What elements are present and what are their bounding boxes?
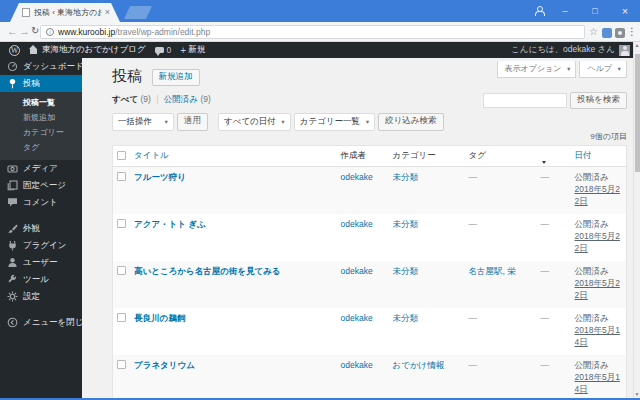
sidebar-item-pages[interactable]: 固定ページ xyxy=(0,177,82,194)
site-menu[interactable]: 東海地方のおでかけブログ xyxy=(29,44,146,56)
post-date: 2018年5月14日 xyxy=(575,325,623,349)
comments-empty: — xyxy=(541,360,550,370)
browser-tab[interactable]: 投稿 ‹ 東海地方のおでかけ × xyxy=(10,3,120,22)
date-filter-select[interactable]: すべての日付▼ xyxy=(218,113,291,131)
view-published-link[interactable]: 公開済み xyxy=(164,94,198,104)
sidebar-item-settings[interactable]: 設定 xyxy=(0,288,82,305)
reload-icon[interactable]: ↻ xyxy=(31,25,39,36)
sidebar-item-tools[interactable]: ツール xyxy=(0,271,82,288)
sidebar-subitem-add-new[interactable]: 新規追加 xyxy=(0,110,82,125)
sidebar-item-collapse-menu[interactable]: メニューを閉じる xyxy=(0,314,82,331)
post-title-link[interactable]: 高いところから名古屋の街を見てみる xyxy=(134,266,281,276)
scroll-up-icon[interactable]: ▲ xyxy=(634,42,640,49)
comments-empty: — xyxy=(541,266,550,276)
maximize-button[interactable]: □ xyxy=(580,6,610,16)
close-button[interactable]: × xyxy=(610,5,640,17)
column-date[interactable]: 日付 xyxy=(571,146,627,167)
page-scrollbar[interactable]: ▲ ▼ xyxy=(633,42,640,398)
view-all-link[interactable]: すべて xyxy=(112,94,138,104)
browser-window: 投稿 ‹ 東海地方のおでかけ × – □ × ← → ↻ i www.kuroo… xyxy=(0,0,640,400)
post-date: 2018年5月22日 xyxy=(575,184,623,208)
screen-options-button[interactable]: 表示オプション▼ xyxy=(497,61,577,78)
address-bar[interactable]: i www.kuroobi.jp/travel/wp-admin/edit.ph… xyxy=(40,25,585,39)
author-link[interactable]: odekake xyxy=(341,219,373,229)
row-checkbox[interactable] xyxy=(117,219,126,228)
tag-link[interactable]: 名古屋駅, 栄 xyxy=(469,266,516,276)
apply-button[interactable]: 適用 xyxy=(177,113,208,131)
column-title[interactable]: タイトル xyxy=(130,146,337,167)
tags-empty: — xyxy=(469,172,478,182)
sidebar-item-label: 設定 xyxy=(23,291,40,303)
category-filter-select[interactable]: カテゴリー一覧▼ xyxy=(294,113,375,131)
account-menu[interactable]: こんにちは、odekake さん xyxy=(511,44,630,56)
sidebar-item-media[interactable]: メディア xyxy=(0,160,82,177)
wp-logo-icon[interactable]: W xyxy=(9,45,20,56)
page-info-icon[interactable]: i xyxy=(46,28,54,36)
post-row: フルーツ狩りodekake未分類——公開済み2018年5月22日 xyxy=(113,167,627,215)
sidebar-item-comments[interactable]: コメント xyxy=(0,194,82,211)
browser-profile-icon[interactable] xyxy=(528,6,550,17)
post-title-link[interactable]: プラネタリウム xyxy=(134,360,195,370)
sidebar-item-users[interactable]: ユーザー xyxy=(0,254,82,271)
category-link[interactable]: 未分類 xyxy=(393,172,419,182)
new-tab-button[interactable] xyxy=(124,6,152,19)
table-nav: 一括操作▼ 適用 すべての日付▼ カテゴリー一覧▼ 絞り込み検索 9個の項目 xyxy=(112,113,627,131)
sidebar-subitem-all-posts[interactable]: 投稿一覧 xyxy=(0,95,82,110)
help-button[interactable]: ヘルプ▼ xyxy=(579,61,627,78)
category-link[interactable]: 未分類 xyxy=(393,313,419,323)
view-all-count: (9) xyxy=(140,94,150,104)
filter-button[interactable]: 絞り込み検索 xyxy=(378,113,443,131)
add-new-button[interactable]: 新規追加 xyxy=(152,69,200,86)
category-link[interactable]: 未分類 xyxy=(393,266,419,276)
sidebar-item-label: 固定ページ xyxy=(23,180,66,192)
select-all-checkbox[interactable] xyxy=(117,151,126,160)
minimize-button[interactable]: – xyxy=(550,6,580,16)
tab-title: 投稿 ‹ 東海地方のおでかけ xyxy=(34,7,102,18)
browser-menu-icon[interactable]: ⋮ xyxy=(627,26,637,37)
row-checkbox[interactable] xyxy=(117,360,126,369)
scrollbar-thumb[interactable] xyxy=(635,54,640,172)
category-link[interactable]: おでかけ情報 xyxy=(393,360,445,370)
sidebar-subitem-tags[interactable]: タグ xyxy=(0,140,82,155)
row-checkbox[interactable] xyxy=(117,266,126,275)
sidebar-item-dashboard[interactable]: ダッシュボード xyxy=(0,58,82,75)
post-title-link[interactable]: フルーツ狩り xyxy=(134,172,186,182)
sidebar-subitem-categories[interactable]: カテゴリー xyxy=(0,125,82,140)
browser-toolbar: ← → ↻ i www.kuroobi.jp/travel/wp-admin/e… xyxy=(0,22,640,42)
back-icon[interactable]: ← xyxy=(7,25,18,37)
author-link[interactable]: odekake xyxy=(341,172,373,182)
extension-icon[interactable] xyxy=(602,28,612,38)
sidebar-item-plugins[interactable]: プラグイン xyxy=(0,237,82,254)
comments-shortcut[interactable]: 0 xyxy=(155,45,172,55)
sidebar-item-appearance[interactable]: 外観 xyxy=(0,220,82,237)
author-link[interactable]: odekake xyxy=(341,360,373,370)
tab-close-icon[interactable]: × xyxy=(105,8,110,17)
sidebar-item-label: ツール xyxy=(23,274,49,286)
new-content-menu[interactable]: + 新規 xyxy=(180,44,205,56)
plus-icon: + xyxy=(180,45,186,56)
author-link[interactable]: odekake xyxy=(341,266,373,276)
post-title-link[interactable]: 長良川の鵜飼 xyxy=(134,313,185,323)
search-posts-button[interactable]: 投稿を検索 xyxy=(570,92,627,109)
post-status: 公開済み xyxy=(575,219,623,231)
sidebar-item-label: メディア xyxy=(23,163,58,175)
search-input[interactable] xyxy=(483,93,567,108)
greeting: こんにちは、odekake さん xyxy=(511,44,615,56)
bookmark-star-icon[interactable]: ☆ xyxy=(589,26,598,37)
post-title-link[interactable]: アクア・トト ぎふ xyxy=(134,219,206,229)
url-host: www.kuroobi.jp xyxy=(58,27,115,37)
author-link[interactable]: odekake xyxy=(341,313,373,323)
forward-icon[interactable]: → xyxy=(19,25,30,37)
screenshot-extension-icon[interactable] xyxy=(615,28,625,38)
page-title: 投稿 xyxy=(112,67,142,84)
sidebar-item-posts[interactable]: 投稿 xyxy=(0,75,82,92)
row-checkbox[interactable] xyxy=(117,172,126,181)
category-link[interactable]: 未分類 xyxy=(393,219,419,229)
collapse-icon xyxy=(7,317,18,328)
bulk-actions-select[interactable]: 一括操作▼ xyxy=(112,113,174,131)
row-checkbox[interactable] xyxy=(117,313,126,322)
post-status: 公開済み xyxy=(575,313,623,325)
column-author: 作成者 xyxy=(337,146,389,167)
site-name: 東海地方のおでかけブログ xyxy=(42,44,146,56)
scroll-down-icon[interactable]: ▼ xyxy=(634,391,640,398)
